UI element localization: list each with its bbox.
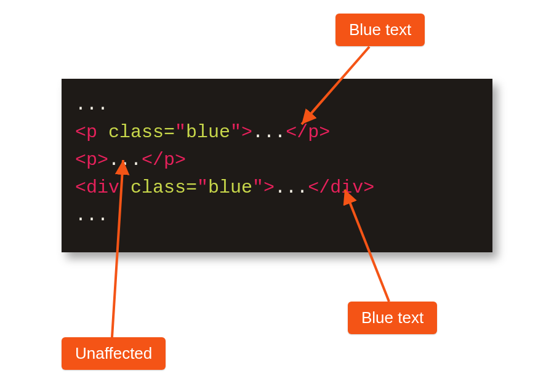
code-quote: " <box>252 177 263 198</box>
diagram-stage: ... <p class="blue">...</p> <p>...</p> <… <box>0 0 554 392</box>
code-line-3: <p>...</p> <box>75 146 479 174</box>
code-ellipsis: ... <box>75 94 108 115</box>
code-quote: " <box>197 177 208 198</box>
code-attr-value: blue <box>186 122 230 143</box>
code-attr-name: class= <box>108 122 175 143</box>
code-quote: " <box>175 122 186 143</box>
code-tag-open: <div <box>75 177 130 198</box>
code-line-4: <div class="blue">...</div> <box>75 174 479 202</box>
code-ellipsis: ... <box>108 150 142 170</box>
code-panel: ... <p class="blue">...</p> <p>...</p> <… <box>62 79 492 252</box>
code-ellipsis: ... <box>75 205 108 226</box>
code-angle: > <box>241 122 252 143</box>
code-angle: > <box>263 177 275 198</box>
code-tag-open: <p <box>75 122 108 143</box>
code-ellipsis: ... <box>252 122 286 143</box>
code-line-2: <p class="blue">...</p> <box>75 119 479 146</box>
code-tag-close: </p> <box>142 150 186 170</box>
code-line-1: ... <box>75 91 479 119</box>
code-tag-close: </p> <box>286 122 330 143</box>
code-ellipsis: ... <box>275 177 308 198</box>
callout-blue-text-bottom: Blue text <box>348 302 437 334</box>
code-tag-close: </div> <box>308 177 374 198</box>
code-quote: " <box>230 122 241 143</box>
code-attr-name: class= <box>130 177 197 198</box>
callout-blue-text-top: Blue text <box>335 14 425 46</box>
code-line-5: ... <box>75 202 479 230</box>
callout-unaffected: Unaffected <box>62 337 166 370</box>
code-tag-open: <p> <box>75 150 108 170</box>
code-attr-value: blue <box>208 177 252 198</box>
